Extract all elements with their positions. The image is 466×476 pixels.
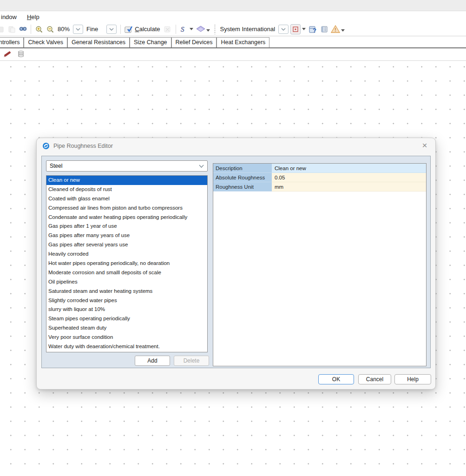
list-item[interactable]: Slightly corroded water pipes [46, 296, 207, 305]
paste-icon [7, 24, 17, 34]
calculate-button[interactable]: Calculate [135, 26, 160, 33]
unit-system-label: System International [220, 26, 276, 33]
list-item[interactable]: Steam pipes operating periodically [46, 314, 207, 324]
tab-check-valves[interactable]: Check Valves [24, 37, 67, 47]
delete-button: Delete [174, 356, 209, 366]
window-top-strip [0, 0, 466, 11]
stop-icon [163, 24, 173, 34]
list-item[interactable]: Moderate corrosion and smalll deposits o… [46, 268, 207, 278]
cancel-button[interactable]: Cancel [358, 374, 391, 384]
warning-icon[interactable]: ! [330, 24, 341, 34]
copy-icon [0, 24, 6, 34]
dialog-title-bar[interactable]: Pipe Roughness Editor [37, 138, 435, 154]
property-value[interactable]: mm [272, 182, 426, 192]
dialog-title: Pipe Roughness Editor [53, 143, 113, 149]
toolbar-separator [31, 25, 31, 34]
ok-button[interactable]: OK [318, 374, 354, 384]
drawing-toolbar [0, 48, 466, 61]
zoom-out-icon[interactable] [45, 24, 55, 34]
tab-relief-devices[interactable]: Relief Devices [171, 37, 217, 47]
list-item[interactable]: Compressed air lines from piston and tur… [46, 204, 207, 213]
main-toolbar: 80% Fine Calculate S System Internationa… [0, 22, 466, 36]
property-label: Description [213, 164, 272, 173]
tab-ntrollers[interactable]: ntrollers [0, 37, 24, 47]
calculate-icon[interactable] [124, 24, 134, 34]
svg-text:S: S [181, 26, 184, 33]
overflow-caret[interactable] [206, 29, 210, 32]
list-item[interactable]: Heavily corroded [46, 250, 207, 259]
list-item[interactable]: slurry with liquor at 10% [46, 305, 207, 314]
list-item[interactable]: Water duty with deaeration/chemical trea… [46, 342, 207, 351]
coil-icon[interactable] [17, 50, 25, 59]
unit-system-dropdown[interactable] [278, 25, 289, 34]
list-item[interactable]: Very poor surface condition [46, 333, 207, 342]
tab-size-change[interactable]: Size Change [130, 37, 171, 47]
script-caret[interactable] [190, 28, 193, 30]
list-item[interactable]: Cleaned of deposits of rust [46, 185, 207, 194]
pipe-roughness-editor-dialog: Pipe Roughness Editor × Steel Clean or n… [36, 138, 436, 390]
zoom-dropdown[interactable] [73, 25, 83, 34]
help-button[interactable]: Help [394, 374, 431, 384]
dialog-app-icon [42, 142, 50, 150]
warning-caret[interactable] [341, 29, 345, 32]
list-item[interactable]: Superheated steam duty [46, 324, 207, 333]
pencil-icon[interactable] [3, 50, 12, 59]
list-item[interactable]: Gas pipes after many years of use [46, 231, 207, 240]
annotation-icon[interactable] [290, 24, 301, 34]
find-icon[interactable] [18, 24, 28, 34]
tab-general-resistances[interactable]: General Resistances [67, 37, 130, 47]
list-item[interactable]: Oil pipelines [46, 278, 207, 287]
component-tab-bar: ntrollersCheck ValvesGeneral Resistances… [0, 37, 466, 48]
property-row: DescriptionClean or new [213, 164, 426, 173]
toolbar-separator-dotted [214, 24, 216, 34]
zoom-level: 80% [58, 26, 70, 33]
chevron-down-icon [199, 165, 204, 168]
menu-bar: indow Help [0, 12, 466, 22]
close-icon[interactable]: × [419, 139, 431, 152]
roughness-list[interactable]: Clean or newCleaned of deposits of rustC… [46, 175, 208, 352]
menu-help[interactable]: Help [27, 13, 39, 20]
notes-icon[interactable] [319, 24, 329, 34]
material-select[interactable]: Steel [46, 160, 208, 172]
list-item[interactable]: Saturated steam and water heating system… [46, 287, 207, 296]
property-grid[interactable]: DescriptionClean or newAbsolute Roughnes… [213, 163, 427, 366]
list-item[interactable]: Coated with glass enamel [46, 194, 207, 204]
property-row: Roughness Unitmm [213, 182, 426, 192]
add-button[interactable]: Add [135, 356, 170, 366]
toolbar-separator [176, 25, 176, 34]
menu-window[interactable]: indow [1, 13, 17, 20]
property-label: Roughness Unit [213, 182, 272, 192]
list-item[interactable]: Hot water pipes operating periodically, … [46, 259, 207, 268]
property-label: Absolute Roughness [213, 173, 272, 182]
tab-heat-exchangers[interactable]: Heat Exchangers [217, 37, 269, 47]
svg-text:!: ! [335, 27, 336, 33]
property-value[interactable]: Clean or new [272, 164, 426, 173]
grid-quality-label: Fine [86, 26, 98, 33]
list-item[interactable]: Gas pipes after 1 year of use [46, 222, 207, 231]
annotation-caret[interactable] [302, 28, 306, 30]
script-icon[interactable]: S [179, 24, 189, 34]
list-item[interactable]: Clean or new [46, 176, 207, 185]
calc-question-icon[interactable]: ? [308, 24, 318, 34]
material-selected-value: Steel [50, 163, 62, 169]
property-value[interactable]: 0.05 [272, 173, 426, 182]
zoom-in-icon[interactable] [34, 24, 44, 34]
editor-panel: Steel Clean or newCleaned of deposits of… [41, 156, 431, 368]
svg-text:?: ? [313, 27, 316, 33]
book-icon[interactable] [196, 24, 206, 34]
quality-dropdown[interactable] [106, 25, 117, 34]
property-row: Absolute Roughness0.05 [213, 173, 426, 182]
toolbar-separator [120, 25, 121, 34]
list-item[interactable]: Gas pipes after several years use [46, 240, 207, 250]
list-item[interactable]: Condensate and water heating pipes opera… [46, 213, 207, 222]
